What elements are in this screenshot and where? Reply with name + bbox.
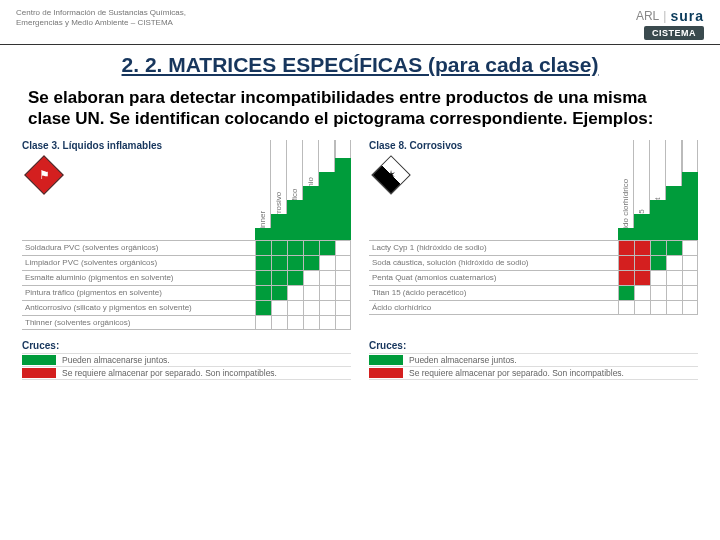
matrix-cell — [287, 286, 303, 300]
matrix-cell — [319, 256, 335, 270]
matrix-cell — [335, 241, 351, 255]
matrix-cell — [634, 301, 650, 314]
matrix-cell — [618, 256, 634, 270]
org-info: Centro de Información de Sustancias Quím… — [16, 8, 186, 27]
matrix-cell — [618, 286, 634, 300]
matrix-cell — [335, 256, 351, 270]
matrix-cell — [255, 256, 271, 270]
section-title: 2. 2. MATRICES ESPECÍFICAS (para cada cl… — [40, 53, 680, 77]
matrix-rows-left: Soldadura PVC (solventes orgánicos)Limpi… — [22, 240, 351, 330]
matrix-cell — [271, 241, 287, 255]
matrix-cell — [650, 256, 666, 270]
org-line-2: Emergencias y Medio Ambiente – CISTEMA — [16, 18, 186, 28]
row-label: Ácido clorhídrico — [369, 301, 618, 314]
row-label: Titan 15 (ácido peracético) — [369, 286, 618, 300]
matrix-cell — [287, 241, 303, 255]
brand-block: ARL | sura CISTEMA — [636, 8, 704, 40]
table-row: Limpiador PVC (solventes orgánicos) — [22, 255, 351, 270]
matrix-cell — [634, 286, 650, 300]
matrix-cell — [650, 286, 666, 300]
matrix-cell — [319, 316, 335, 329]
matrix-cell — [271, 316, 287, 329]
matrix-cell — [271, 286, 287, 300]
legend-right: Cruces: Pueden almacenarse juntos. Se re… — [369, 340, 698, 380]
row-label: Pintura tráfico (pigmentos en solvente) — [22, 286, 255, 300]
matrix-cell — [255, 286, 271, 300]
legend-row-red-2: Se requiere almacenar por separado. Son … — [369, 366, 698, 380]
brand-prefix: ARL — [636, 9, 659, 23]
matrix-cell — [634, 271, 650, 285]
matrix-cell — [319, 301, 335, 315]
legend-red-text: Se requiere almacenar por separado. Son … — [62, 368, 277, 378]
hazard-diamond-corrosive: ✶ — [371, 155, 411, 195]
class-title-right: Clase 8. Corrosivos — [369, 140, 462, 151]
brand-name: sura — [670, 8, 704, 24]
matrix-cell — [618, 241, 634, 255]
legend-row-green-2: Pueden almacenarse juntos. — [369, 353, 698, 366]
matrix-corrosives: Clase 8. Corrosivos ✶ Ácido clorhídricoT… — [369, 140, 698, 330]
matrix-cell — [255, 241, 271, 255]
class-title-left: Clase 3. Líquidos inflamables — [22, 140, 162, 151]
matrix-cell — [303, 301, 319, 315]
matrix-cell — [650, 301, 666, 314]
legends-container: Cruces: Pueden almacenarse juntos. Se re… — [0, 330, 720, 380]
matrix-cell — [255, 301, 271, 315]
table-row: Thinner (solventes orgánicos) — [22, 315, 351, 330]
brand-row: ARL | sura — [636, 8, 704, 24]
matrix-cell — [666, 286, 682, 300]
legend-title-2: Cruces: — [369, 340, 698, 351]
swatch-red-2 — [369, 368, 403, 378]
matrix-cell — [682, 301, 698, 314]
table-row: Titan 15 (ácido peracético) — [369, 285, 698, 300]
matrix-cell — [287, 301, 303, 315]
row-label: Limpiador PVC (solventes orgánicos) — [22, 256, 255, 270]
legend-row-green: Pueden almacenarse juntos. — [22, 353, 351, 366]
matrix-cell — [303, 241, 319, 255]
row-label: Lacty Cyp 1 (hidróxido de sodio) — [369, 241, 618, 255]
table-row: Soda cáustica, solución (hidróxido de so… — [369, 255, 698, 270]
matrix-cell — [287, 271, 303, 285]
row-label: Esmalte aluminio (pigmentos en solvente) — [22, 271, 255, 285]
slide-header: Centro de Información de Sustancias Quím… — [0, 0, 720, 45]
row-label: Penta Quat (amonios cuaternarios) — [369, 271, 618, 285]
matrix-cell — [666, 256, 682, 270]
table-row: Pintura tráfico (pigmentos en solvente) — [22, 285, 351, 300]
table-row: Esmalte aluminio (pigmentos en solvente) — [22, 270, 351, 285]
matrix-cell — [650, 241, 666, 255]
legend-green-text-2: Pueden almacenarse juntos. — [409, 355, 517, 365]
matrix-cell — [303, 286, 319, 300]
flame-icon: ⚑ — [39, 168, 50, 182]
table-row: Lacty Cyp 1 (hidróxido de sodio) — [369, 240, 698, 255]
matrix-cell — [303, 256, 319, 270]
matrix-cell — [650, 271, 666, 285]
intro-paragraph: Se elaboran para detectar incompatibilid… — [28, 87, 692, 130]
legend-green-text: Pueden almacenarse juntos. — [62, 355, 170, 365]
row-label: Soda cáustica, solución (hidróxido de so… — [369, 256, 618, 270]
matrix-head-left: Clase 3. Líquidos inflamables ⚑ ThinnerA… — [22, 140, 351, 240]
matrix-head-right: Clase 8. Corrosivos ✶ Ácido clorhídricoT… — [369, 140, 698, 240]
matrix-cell — [335, 316, 351, 329]
matrix-cell — [666, 271, 682, 285]
table-row: Ácido clorhídrico — [369, 300, 698, 315]
hazard-diamond-flammable: ⚑ — [24, 155, 64, 195]
matrix-cell — [666, 301, 682, 314]
table-row: Penta Quat (amonios cuaternarios) — [369, 270, 698, 285]
matrix-cell — [634, 256, 650, 270]
matrix-cell — [303, 271, 319, 285]
cistema-badge: CISTEMA — [644, 26, 704, 40]
matrix-cell — [682, 286, 698, 300]
matrix-cell — [335, 271, 351, 285]
legend-red-text-2: Se requiere almacenar por separado. Son … — [409, 368, 624, 378]
matrix-cell — [271, 301, 287, 315]
table-row: Anticorrosivo (silicato y pigmentos en s… — [22, 300, 351, 315]
row-label: Anticorrosivo (silicato y pigmentos en s… — [22, 301, 255, 315]
matrix-cell — [335, 286, 351, 300]
matrix-flammables: Clase 3. Líquidos inflamables ⚑ ThinnerA… — [22, 140, 351, 330]
legend-left: Cruces: Pueden almacenarse juntos. Se re… — [22, 340, 351, 380]
matrix-cell — [682, 271, 698, 285]
matrix-cell — [303, 316, 319, 329]
matrix-cell — [271, 256, 287, 270]
org-line-1: Centro de Información de Sustancias Quím… — [16, 8, 186, 18]
legend-row-red: Se requiere almacenar por separado. Son … — [22, 366, 351, 380]
matrix-cell — [255, 271, 271, 285]
